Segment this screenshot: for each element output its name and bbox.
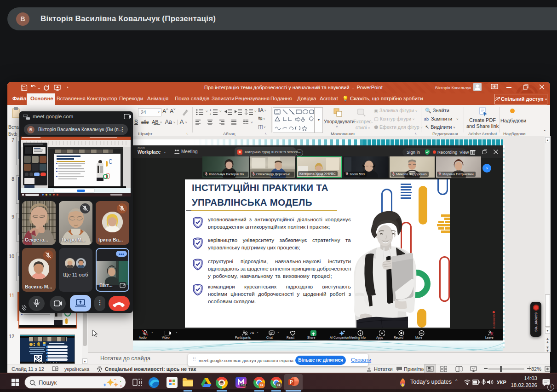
svg-text:˅: ˅ xyxy=(219,110,222,114)
svg-text:P: P xyxy=(290,380,293,385)
svg-text:˅: ˅ xyxy=(251,121,253,125)
svg-text:˅: ˅ xyxy=(254,110,257,114)
svg-text:2: 2 xyxy=(210,112,211,115)
svg-text:1: 1 xyxy=(210,109,211,111)
svg-text:˅: ˅ xyxy=(206,110,208,114)
